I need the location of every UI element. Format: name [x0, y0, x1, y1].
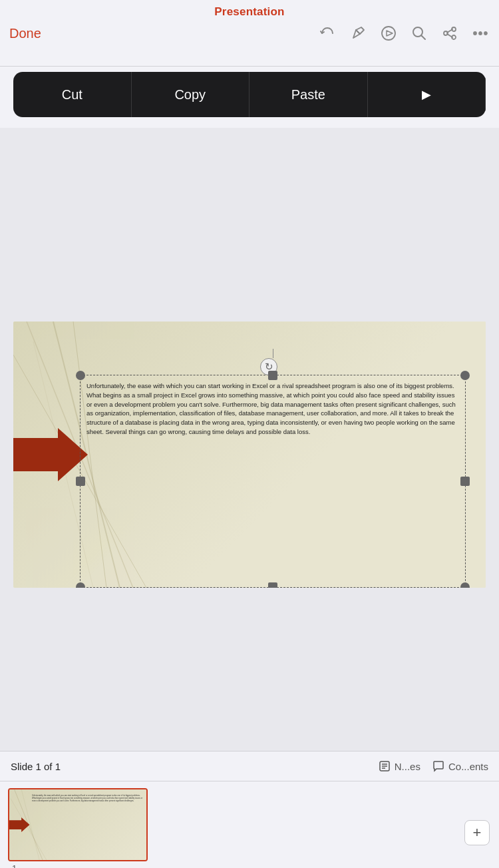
svg-marker-23	[8, 817, 30, 832]
copy-button[interactable]: Copy	[132, 72, 250, 117]
handle-bottom-left[interactable]	[76, 582, 85, 588]
markup-icon[interactable]	[349, 24, 367, 43]
thumbnail-container: Unfortunately, the ease with which you c…	[8, 788, 491, 861]
search-icon[interactable]	[410, 24, 428, 43]
svg-point-7	[474, 32, 476, 35]
slide-number-label: 1	[12, 863, 17, 868]
handle-mid-right[interactable]	[460, 477, 470, 486]
play-icon[interactable]	[379, 24, 398, 43]
rotate-line	[273, 349, 273, 358]
svg-point-9	[484, 32, 487, 35]
toolbar-icons	[318, 24, 490, 43]
svg-line-3	[422, 36, 426, 40]
paste-button[interactable]: Paste	[250, 72, 368, 117]
add-slide-button[interactable]: +	[464, 820, 490, 845]
header: Presentation Done	[0, 0, 499, 67]
slide-text-content[interactable]: Unfortunately, the ease with which you c…	[86, 381, 459, 437]
undo-icon[interactable]	[318, 24, 337, 43]
thumb-arrow	[8, 817, 30, 832]
svg-point-4	[444, 31, 448, 35]
handle-top-right[interactable]	[460, 371, 470, 380]
toolbar: Done	[0, 24, 499, 43]
thumb-text: Unfortunately, the ease with which you c…	[32, 795, 144, 803]
notes-label: N...es	[395, 761, 420, 772]
handle-top-mid[interactable]	[268, 371, 277, 380]
slide-thumbnail-1[interactable]: Unfortunately, the ease with which you c…	[8, 788, 148, 861]
svg-point-8	[479, 32, 482, 35]
handle-bottom-mid[interactable]	[268, 582, 277, 588]
slide-count: Slide 1 of 1	[11, 761, 379, 772]
slide-area: ↻ Unfortunately, the ease with which you…	[0, 128, 499, 781]
thumbnail-inner: Unfortunately, the ease with which you c…	[9, 789, 146, 860]
red-arrow-shape	[13, 428, 88, 481]
status-bar: Slide 1 of 1 N...es Co...ents	[0, 751, 499, 781]
handle-top-left[interactable]	[76, 371, 85, 380]
notes-button[interactable]: N...es	[379, 760, 420, 772]
comments-label: Co...ents	[448, 761, 488, 772]
svg-marker-1	[387, 31, 393, 36]
handle-bottom-right[interactable]	[460, 582, 470, 588]
cut-button[interactable]: Cut	[13, 72, 132, 117]
thumbnail-strip: Unfortunately, the ease with which you c…	[0, 781, 499, 868]
done-button[interactable]: Done	[9, 26, 41, 41]
comments-button[interactable]: Co...ents	[432, 760, 488, 772]
add-icon: +	[473, 825, 482, 840]
handle-mid-left[interactable]	[76, 477, 85, 486]
svg-point-0	[382, 27, 395, 40]
more-options-icon[interactable]	[471, 24, 490, 43]
svg-marker-15	[13, 428, 88, 481]
slide-container[interactable]: ↻ Unfortunately, the ease with which you…	[13, 322, 486, 588]
more-menu-button[interactable]: ▶	[368, 72, 486, 117]
context-menu: Cut Copy Paste ▶	[13, 72, 486, 117]
share-icon[interactable]	[440, 24, 459, 43]
document-title: Presentation	[214, 5, 284, 19]
